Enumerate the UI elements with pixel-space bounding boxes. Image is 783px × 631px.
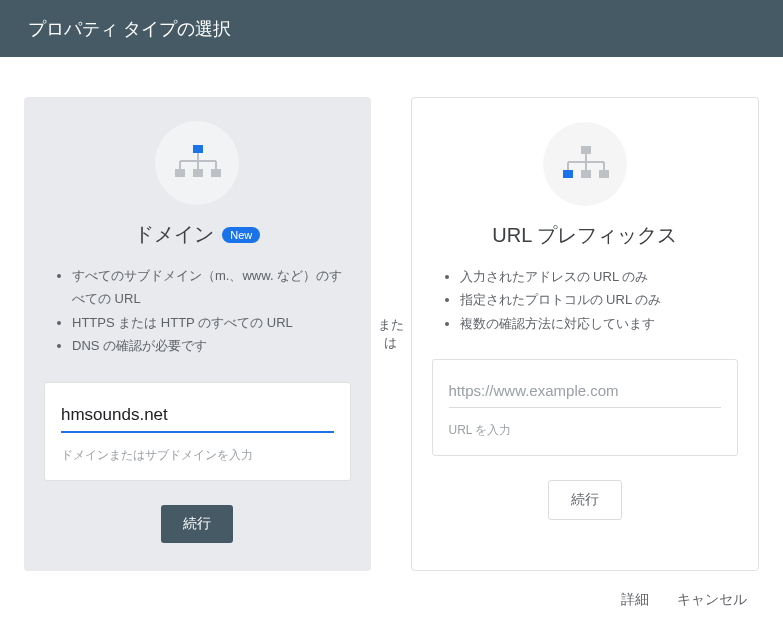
sitemap-domain-icon	[173, 143, 221, 183]
sitemap-urlprefix-icon	[561, 144, 609, 184]
urlprefix-input[interactable]	[449, 378, 722, 408]
domain-input-box: ドメインまたはサブドメインを入力	[44, 382, 351, 481]
domain-input-helper: ドメインまたはサブドメインを入力	[61, 447, 334, 464]
card-domain[interactable]: ドメイン New すべてのサブドメイン（m.、www. など）のすべての URL…	[24, 97, 371, 571]
svg-rect-9	[581, 146, 591, 154]
urlprefix-icon-circle	[543, 122, 627, 206]
urlprefix-input-helper: URL を入力	[449, 422, 722, 439]
dialog-content: ドメイン New すべてのサブドメイン（m.、www. など）のすべての URL…	[0, 57, 783, 571]
card-domain-title: ドメイン	[134, 221, 214, 248]
or-divider: または	[371, 97, 411, 571]
urlprefix-continue-button[interactable]: 続行	[548, 480, 622, 520]
dialog-header: プロパティ タイプの選択	[0, 0, 783, 57]
svg-rect-16	[581, 170, 591, 178]
svg-rect-17	[599, 170, 609, 178]
urlprefix-input-box: URL を入力	[432, 359, 739, 456]
details-link[interactable]: 詳細	[621, 591, 649, 609]
new-badge: New	[222, 227, 260, 243]
card-urlprefix-title-row: URL プレフィックス	[492, 222, 677, 249]
svg-rect-6	[175, 169, 185, 177]
dialog-title: プロパティ タイプの選択	[28, 17, 231, 41]
domain-input[interactable]	[61, 401, 334, 433]
card-domain-title-row: ドメイン New	[134, 221, 260, 248]
card-url-prefix[interactable]: URL プレフィックス 入力されたアドレスの URL のみ 指定されたプロトコル…	[411, 97, 760, 571]
svg-rect-7	[193, 169, 203, 177]
list-item: DNS の確認が必要です	[72, 334, 351, 357]
card-urlprefix-bullets: 入力されたアドレスの URL のみ 指定されたプロトコルの URL のみ 複数の…	[432, 265, 739, 335]
list-item: 入力されたアドレスの URL のみ	[460, 265, 739, 288]
domain-continue-button[interactable]: 続行	[161, 505, 233, 543]
list-item: 指定されたプロトコルの URL のみ	[460, 288, 739, 311]
domain-icon-circle	[155, 121, 239, 205]
dialog-footer: 詳細 キャンセル	[0, 571, 783, 629]
svg-rect-15	[563, 170, 573, 178]
card-domain-bullets: すべてのサブドメイン（m.、www. など）のすべての URL HTTPS また…	[44, 264, 351, 358]
list-item: すべてのサブドメイン（m.、www. など）のすべての URL	[72, 264, 351, 311]
cancel-button[interactable]: キャンセル	[677, 591, 747, 609]
svg-rect-8	[211, 169, 221, 177]
svg-rect-0	[193, 145, 203, 153]
card-urlprefix-title: URL プレフィックス	[492, 222, 677, 249]
list-item: 複数の確認方法に対応しています	[460, 312, 739, 335]
list-item: HTTPS または HTTP のすべての URL	[72, 311, 351, 334]
